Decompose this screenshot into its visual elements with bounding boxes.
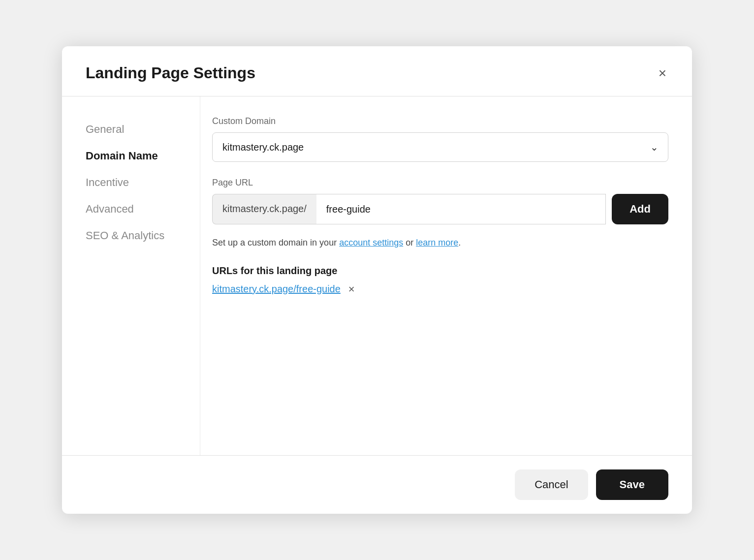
content-area: Custom Domain kitmastery.ck.page ⌄ Page … <box>200 96 692 455</box>
custom-domain-section: Custom Domain kitmastery.ck.page ⌄ <box>212 116 668 162</box>
sidebar-item-general[interactable]: General <box>86 116 176 143</box>
save-button[interactable]: Save <box>596 469 668 500</box>
custom-domain-select[interactable]: kitmastery.ck.page <box>212 132 668 162</box>
urls-section-title: URLs for this landing page <box>212 265 668 277</box>
custom-domain-label: Custom Domain <box>212 116 668 126</box>
close-button[interactable]: × <box>657 64 668 82</box>
sidebar: General Domain Name Incentive Advanced S… <box>62 96 200 455</box>
account-settings-link[interactable]: account settings <box>339 238 403 248</box>
url-entry-link[interactable]: kitmastery.ck.page/free-guide <box>212 283 341 295</box>
modal-footer: Cancel Save <box>62 455 692 514</box>
sidebar-item-incentive[interactable]: Incentive <box>86 169 176 196</box>
page-url-section: Page URL kitmastery.ck.page/ Add <box>212 178 668 224</box>
custom-domain-dropdown-wrapper: kitmastery.ck.page ⌄ <box>212 132 668 162</box>
sidebar-item-seo-analytics[interactable]: SEO & Analytics <box>86 222 176 249</box>
learn-more-link[interactable]: learn more <box>416 238 458 248</box>
sidebar-item-domain-name[interactable]: Domain Name <box>86 143 176 169</box>
url-prefix: kitmastery.ck.page/ <box>212 194 316 224</box>
cancel-button[interactable]: Cancel <box>515 469 588 500</box>
page-url-label: Page URL <box>212 178 668 188</box>
helper-text: Set up a custom domain in your account s… <box>212 236 668 249</box>
landing-page-settings-modal: Landing Page Settings × General Domain N… <box>62 46 692 514</box>
modal-body: General Domain Name Incentive Advanced S… <box>62 96 692 455</box>
page-url-row: kitmastery.ck.page/ Add <box>212 194 668 224</box>
add-button[interactable]: Add <box>612 194 668 224</box>
url-slug-input[interactable] <box>316 194 606 224</box>
urls-section: URLs for this landing page kitmastery.ck… <box>212 265 668 295</box>
sidebar-item-advanced[interactable]: Advanced <box>86 196 176 222</box>
modal-header: Landing Page Settings × <box>62 46 692 96</box>
modal-title: Landing Page Settings <box>86 64 255 82</box>
url-remove-button[interactable]: × <box>348 284 355 295</box>
url-entry: kitmastery.ck.page/free-guide × <box>212 283 668 295</box>
